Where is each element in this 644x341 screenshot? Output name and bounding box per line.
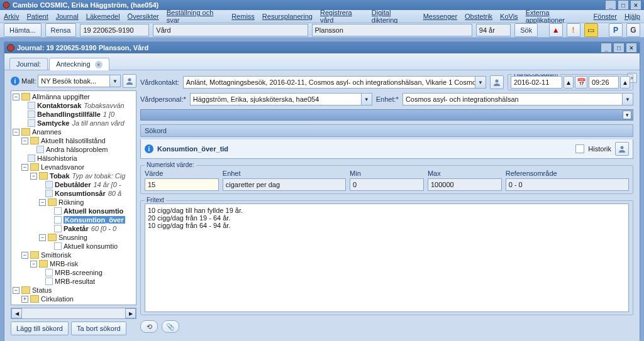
date-spinner[interactable]: ▴	[564, 76, 574, 89]
enhet-combo[interactable]: Cosmos asyl- och integrationshälsan ▼	[402, 93, 633, 106]
tree-node[interactable]: Aktuell konsumtio	[64, 207, 123, 215]
attach-button[interactable]: 📎	[162, 320, 179, 333]
lagg-till-sokord-button[interactable]: Lägg till sökord	[11, 322, 69, 335]
tab-anteckning[interactable]: Anteckning ×	[49, 58, 109, 70]
tree-node[interactable]: Andra hälsoproblem	[46, 146, 108, 153]
tree-view[interactable]: −Allmänna uppgifter KontaktorsakTobaksav…	[11, 90, 136, 305]
menu-oversikter[interactable]: Översikter	[128, 13, 159, 20]
tree-node[interactable]: Paketår	[64, 225, 89, 232]
note-icon[interactable]: ▭	[584, 23, 598, 37]
journal-close-button[interactable]: ×	[626, 43, 637, 53]
sokord-user-button[interactable]	[615, 142, 629, 156]
tree-node[interactable]: Kontaktorsak	[37, 102, 81, 109]
patient-first-field[interactable]: Plansson	[312, 24, 472, 36]
tree-toggle[interactable]: −	[30, 261, 37, 268]
tree-node[interactable]: Konsumtionsår	[55, 190, 106, 197]
tab-close-icon[interactable]: ×	[95, 61, 103, 68]
mall-combo[interactable]: NY Besök tobak... ▼	[38, 75, 121, 87]
menu-hjalp[interactable]: Hjälp	[625, 13, 640, 20]
menu-lakemedel[interactable]: Läkemedel	[86, 13, 120, 20]
menu-bestallning[interactable]: Beställning och svar	[167, 9, 224, 24]
tree-node[interactable]: Rökning	[58, 198, 84, 206]
tree-node[interactable]: Aktuell konsumtio	[64, 242, 118, 250]
chevron-down-icon[interactable]: ▼	[361, 94, 372, 105]
scroll-right-icon[interactable]: ▶	[125, 308, 136, 318]
tree-node[interactable]: Anamnes	[32, 128, 61, 136]
user-button[interactable]	[123, 74, 136, 88]
time-spinner[interactable]: ▴	[620, 76, 630, 89]
g-button[interactable]: G	[626, 23, 640, 37]
tree-toggle[interactable]: −	[13, 129, 19, 136]
warning-icon[interactable]: !	[567, 23, 580, 37]
tree-toggle[interactable]: +	[21, 296, 28, 303]
tree-toggle[interactable]: −	[39, 234, 46, 241]
time-field[interactable]: 09:26	[589, 76, 619, 89]
journal-maximize-button[interactable]: □	[613, 43, 625, 53]
tree-node[interactable]: Allmänna uppgifter	[32, 93, 90, 100]
date-field[interactable]: 2016-02-11	[511, 76, 562, 89]
tree-node[interactable]: Status	[32, 286, 52, 294]
menu-kovis[interactable]: KoVis	[500, 13, 518, 20]
menu-obstetrik[interactable]: Obstetrik	[465, 13, 492, 20]
tree-node[interactable]: Cirkulation	[41, 295, 74, 303]
tree-node[interactable]: MRB-risk	[50, 260, 78, 268]
tree-toggle[interactable]: −	[39, 199, 46, 206]
patient-last-field[interactable]: Vård	[153, 24, 308, 36]
maximize-button[interactable]: □	[618, 0, 629, 10]
tree-node[interactable]: MRB-screening	[55, 269, 103, 276]
fritext-textarea[interactable]: 10 cigg/dag till han fyllde 19 år. 20 ci…	[145, 203, 629, 312]
menu-patient[interactable]: Patient	[26, 13, 48, 20]
tree-node[interactable]: Levnadsvanor	[41, 163, 84, 171]
tree-node[interactable]: MRB-resultat	[55, 278, 95, 285]
rensa-button[interactable]: Rensa	[45, 23, 77, 37]
tree-toggle[interactable]: −	[21, 164, 28, 171]
minimize-button[interactable]: _	[605, 0, 616, 10]
ta-bort-sokord-button[interactable]: Ta bort sökord	[71, 322, 126, 335]
menu-remiss[interactable]: Remiss	[231, 13, 255, 20]
menu-digital-diktering[interactable]: Digital diktering	[372, 9, 416, 24]
tree-toggle[interactable]: −	[13, 287, 19, 294]
tree-toggle[interactable]: −	[30, 173, 37, 180]
vardkontakt-combo[interactable]: Anlänt, Mottagningsbesök, 2016-02-11, Co…	[183, 76, 486, 89]
section-toggle-icon[interactable]: ▾	[623, 111, 631, 119]
varde-input[interactable]: 15	[145, 178, 219, 191]
p-button[interactable]: P	[609, 23, 623, 37]
chevron-down-icon[interactable]: ▼	[109, 75, 120, 87]
tree-hscrollbar[interactable]: ◀ ▶	[11, 308, 136, 319]
tree-node[interactable]: Aktuellt hälsotillstånd	[41, 137, 106, 144]
personnummer-field[interactable]: 19 220625-9190	[80, 24, 149, 36]
info-icon[interactable]: i	[11, 77, 19, 85]
menu-arkiv[interactable]: Arkiv	[4, 13, 19, 20]
journal-minimize-button[interactable]: _	[601, 43, 612, 53]
tree-node[interactable]: Hälsohistoria	[37, 154, 77, 162]
menu-resursplanering[interactable]: Resursplanering	[262, 13, 313, 20]
chevron-down-icon[interactable]: ▼	[622, 94, 633, 105]
tree-node[interactable]: Tobak	[50, 172, 70, 180]
hamta-button[interactable]: Hämta...	[4, 23, 42, 37]
historik-checkbox[interactable]	[575, 144, 584, 153]
tree-toggle[interactable]: −	[13, 94, 19, 100]
tree-node[interactable]: Samtycke	[37, 119, 69, 127]
vardkontakt-user-button[interactable]	[490, 75, 504, 89]
tree-toggle[interactable]: −	[21, 138, 28, 144]
menu-externa[interactable]: Externa applikationer	[526, 9, 586, 24]
tree-node[interactable]: Behandlingstillfälle	[37, 111, 101, 118]
menu-registrera-vard[interactable]: Registrera vård	[320, 9, 364, 24]
calendar-icon[interactable]: 📅	[575, 76, 587, 89]
scroll-left-icon[interactable]: ◀	[11, 308, 22, 318]
vardpersonal-combo[interactable]: Häggström, Erika, sjuksköterska, hae054 …	[190, 93, 372, 106]
menu-journal[interactable]: Journal	[56, 13, 79, 20]
menu-fonster[interactable]: Fönster	[594, 13, 617, 20]
info-icon[interactable]: i	[145, 144, 153, 153]
close-button[interactable]: ×	[630, 0, 641, 10]
tree-node[interactable]: Smittorisk	[41, 251, 71, 259]
history-button[interactable]: ⟲	[140, 320, 158, 333]
tab-journal[interactable]: Journal:	[9, 58, 48, 70]
tree-node[interactable]: Debutålder	[55, 181, 91, 188]
tree-node-selected[interactable]: Konsumtion_över	[64, 216, 125, 224]
tree-node[interactable]: Snusning	[58, 234, 87, 241]
menu-messenger[interactable]: Messenger	[423, 13, 457, 20]
chevron-down-icon[interactable]: ▼	[475, 77, 486, 88]
alert-icon[interactable]: ▲	[549, 23, 563, 37]
tree-toggle[interactable]: −	[21, 252, 28, 259]
